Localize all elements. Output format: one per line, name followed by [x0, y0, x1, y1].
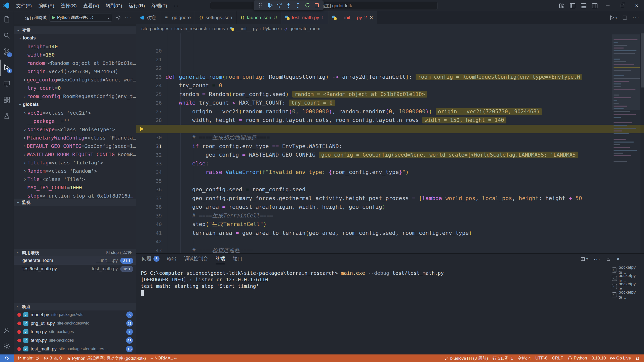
code-line[interactable]: 40: [136, 203, 644, 211]
scope-row[interactable]: ›globals: [14, 100, 136, 109]
code-line[interactable]: 45 exit_combinations:list[tuple[vec2i, v…: [136, 246, 644, 254]
source-control-icon[interactable]: 3: [0, 43, 14, 60]
code-line[interactable]: 20: [136, 33, 644, 38]
editor-tab[interactable]: .gdignore: [160, 11, 195, 24]
start-debug-icon[interactable]: [52, 16, 55, 20]
maximize-panel-icon[interactable]: [606, 257, 611, 261]
code-line[interactable]: 30 geo_config = WASTELAND_GEO_CONFIGgeo_…: [136, 116, 644, 125]
breadcrumb-item[interactable]: rooms ›: [212, 26, 228, 31]
code-line[interactable]: 24 while try_count < MAX_TRY_COUNT:try_c…: [136, 64, 644, 73]
breakpoint-checkbox[interactable]: ✓: [23, 312, 28, 317]
extensions-icon[interactable]: [0, 92, 14, 108]
settings-gear-icon[interactable]: [0, 338, 14, 354]
code-line[interactable]: 41 # ====检查连通性====: [136, 211, 644, 220]
testing-icon[interactable]: [0, 108, 14, 124]
debug-config-dropdown[interactable]: Python 调试程序: 启 ∨: [50, 14, 112, 22]
notifications-bell-icon[interactable]: [633, 356, 642, 360]
debug-step-over-icon[interactable]: [275, 2, 283, 9]
code-line[interactable]: 34 geo_config.seed = room_config.seed: [136, 151, 644, 159]
close-button[interactable]: ×: [629, 0, 644, 11]
code-line[interactable]: 27: [136, 90, 644, 99]
run-and-debug-icon[interactable]: 1: [0, 60, 14, 76]
code-line[interactable]: 33: [136, 142, 644, 151]
breakpoint-row[interactable]: ✓ temp.py site-packages 1: [14, 328, 136, 336]
editor-tab[interactable]: settings.json: [195, 11, 236, 24]
remote-indicator[interactable]: [0, 354, 14, 362]
breakpoint-row[interactable]: ✓ png_utils.py site-packages\wfc 11: [14, 319, 136, 328]
variable-row[interactable]: › stop = <function stop at 0x1bf8d716d…: [14, 192, 136, 199]
menu-item[interactable]: 查看(V): [80, 0, 102, 11]
eol-item[interactable]: CRLF: [550, 356, 565, 361]
code-line[interactable]: 26 width, height = room_config.layout.n_…: [136, 81, 644, 90]
panel-tab[interactable]: 输出: [167, 254, 177, 264]
breakpoints-section-header[interactable]: ›断点: [14, 303, 136, 310]
go-live-item[interactable]: Go Live: [608, 356, 633, 361]
run-python-file-icon[interactable]: ∨: [609, 15, 617, 20]
editor-tab[interactable]: __init__.py 2 ×: [328, 11, 377, 24]
code-line[interactable]: 22 try_count = 0: [136, 47, 644, 55]
panel-more-actions-icon[interactable]: ···: [594, 256, 600, 262]
code-line[interactable]: 29 if room_config.env_type == EnvType.WA…: [136, 107, 644, 116]
indentation-item[interactable]: 空格: 4: [515, 355, 533, 361]
variable-row[interactable]: › height = 140: [14, 42, 136, 51]
breadcrumb-item[interactable]: site-packages ›: [141, 26, 173, 31]
code-line[interactable]: 23 random = Random(room_config.seed)rand…: [136, 55, 644, 64]
terminal-instance[interactable]: ›_ pocketpy te…: [612, 266, 644, 274]
variable-row[interactable]: › width = 150: [14, 51, 136, 59]
variables-section-header[interactable]: ›变量: [14, 26, 136, 34]
code-editor[interactable]: 20 21 def generate_room(room_config: Roo…: [136, 33, 644, 253]
variable-row[interactable]: › __package__ = '': [14, 117, 136, 125]
code-line[interactable]: 36 geo_area = request_area(origin, width…: [136, 168, 644, 177]
variable-row[interactable]: › geo_config = GeoConfig(seed=None, wor…: [14, 75, 136, 84]
panel-tab[interactable]: 问题 3: [142, 254, 159, 264]
code-line[interactable]: 43 # 生成出口组合: [136, 229, 644, 238]
breadcrumb-item[interactable]: terrain_research ›: [174, 26, 211, 31]
breadcrumb-item[interactable]: __init__.py ›: [230, 26, 261, 31]
code-line[interactable]: 21 def generate_room(room_config: RoomRe…: [136, 38, 644, 47]
breakpoint-row[interactable]: ✓ test_math.py site-packages\terrain_res…: [14, 345, 136, 353]
code-line[interactable]: 28 # ====生成初始地理信息====: [136, 99, 644, 107]
debug-session-item[interactable]: Python 调试程序: 启动文件 (godot-ldtk): [64, 355, 148, 361]
close-panel-icon[interactable]: ×: [616, 255, 620, 262]
code-line[interactable]: 38 step("生成TerrainCell"): [136, 185, 644, 194]
breakpoint-checkbox[interactable]: ✓: [23, 321, 28, 326]
restore-button[interactable]: [615, 0, 629, 11]
toolbar-drag-grip[interactable]: [257, 2, 264, 9]
toggle-sidebar-icon[interactable]: [567, 0, 578, 11]
variable-row[interactable]: › Random = <class 'Random'>: [14, 167, 136, 175]
customize-layout-icon[interactable]: [556, 0, 567, 11]
debug-step-into-icon[interactable]: [285, 2, 292, 9]
breadcrumb-item[interactable]: Pylance ›: [263, 26, 282, 31]
close-tab-icon[interactable]: ×: [370, 14, 373, 21]
breakpoint-checkbox[interactable]: ✓: [23, 338, 28, 343]
editor-scrollbar[interactable]: [640, 33, 644, 253]
code-line[interactable]: 37 # ====生成TerrainCell====: [136, 177, 644, 186]
code-line[interactable]: 25 origin = vec2i(random.randint(0, 1000…: [136, 73, 644, 81]
variable-row[interactable]: › try_count = 0: [14, 84, 136, 92]
code-line[interactable]: 42 # 计算每一个出口的中心，然后使用astar生成路径，确保每一个出口组合都…: [136, 220, 644, 229]
encoding-item[interactable]: UTF-8: [533, 356, 550, 361]
variable-row[interactable]: › random = <Random object at 0x1bf9d01e…: [14, 59, 136, 67]
breakpoint-checkbox[interactable]: ✓: [23, 329, 28, 334]
code-line[interactable]: 35 geo_config.primary_forces.geothermal_…: [136, 159, 644, 168]
python-version-item[interactable]: 3.10.10: [589, 356, 608, 361]
watch-section-header[interactable]: ›监视: [14, 199, 136, 206]
breadcrumb-item[interactable]: generate_room: [284, 26, 320, 31]
more-actions-icon[interactable]: ···: [125, 14, 132, 21]
menu-item[interactable]: ···: [170, 0, 182, 11]
split-terminal-icon[interactable]: ∨: [580, 257, 588, 261]
variable-row[interactable]: › PlanetaryWindConfig = <class 'Planeta…: [14, 133, 136, 142]
gear-icon[interactable]: [115, 15, 121, 20]
toggle-secondary-sidebar-icon[interactable]: [589, 0, 600, 11]
scope-row[interactable]: ›locals: [14, 34, 136, 42]
command-center-search[interactable]: [扩展开发宿主] godot-ldtk: [210, 2, 438, 10]
breakpoint-row[interactable]: ✓ temp.py site-packages 58: [14, 336, 136, 345]
variable-row[interactable]: › origin = vec2i(7205730, 9024468): [14, 67, 136, 75]
code-line[interactable]: 44 step("检查连通性"): [136, 237, 644, 246]
variable-row[interactable]: › DEFAULT_GEO_CONFIG = GeoConfig(seed=1…: [14, 142, 136, 150]
variable-row[interactable]: › Tile = <class 'Tile'>: [14, 175, 136, 183]
variable-row[interactable]: › WASTELAND_ROOM_REQUEST_CONFIG = RoomR…: [14, 150, 136, 158]
editor-tab[interactable]: test_math.py 1: [281, 11, 328, 24]
watch-list[interactable]: [14, 206, 136, 249]
git-branch-item[interactable]: main*: [15, 356, 42, 361]
